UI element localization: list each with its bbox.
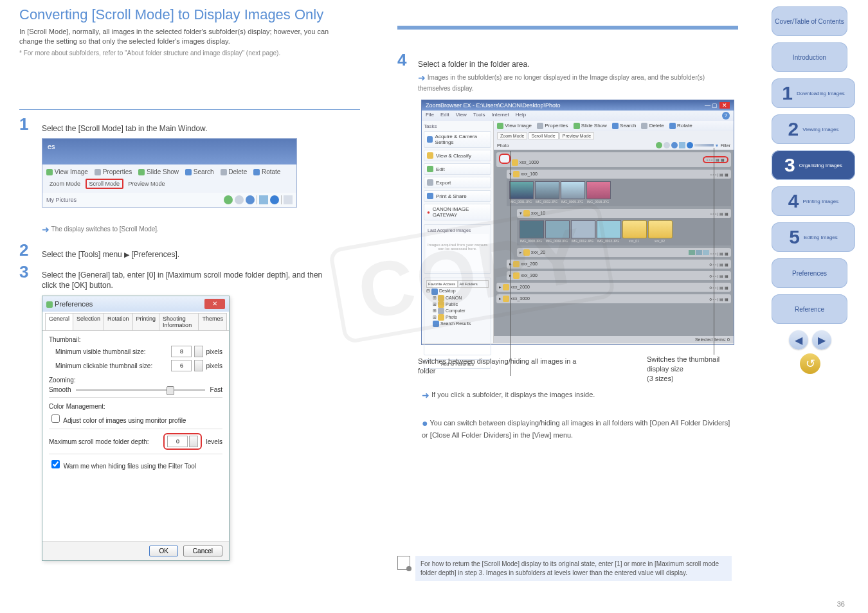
- forward-icon[interactable]: [664, 142, 670, 148]
- min-click-label: Minimum clickable thumbnail size:: [49, 362, 152, 369]
- export-icon: [427, 179, 433, 186]
- ok-button[interactable]: OK: [149, 546, 177, 556]
- color-mgmt-checkbox[interactable]: [51, 414, 60, 423]
- slide-show-button[interactable]: Slide Show: [574, 123, 607, 129]
- delete-button[interactable]: Delete: [221, 168, 248, 175]
- nav-preferences[interactable]: Preferences: [772, 258, 847, 288]
- properties-button[interactable]: Properties: [537, 123, 568, 129]
- menu-file[interactable]: File: [426, 112, 434, 120]
- sidebar-edit[interactable]: Edit: [424, 163, 491, 175]
- scroll-mode-tab[interactable]: Scroll Mode: [529, 132, 559, 139]
- tab-printing[interactable]: Printing: [132, 313, 160, 330]
- next-page-button[interactable]: ▶: [812, 330, 831, 350]
- nav-chapter-3[interactable]: 3Organizing Images: [772, 150, 855, 180]
- callout-thumb-size: Switches the thumbnail display size(3 si…: [647, 355, 743, 384]
- up-icon[interactable]: [246, 195, 255, 204]
- view-image-button[interactable]: View Image: [497, 123, 532, 129]
- preview-mode-tab[interactable]: Preview Mode: [125, 179, 168, 188]
- footnote-text: For how to return the [Scroll Mode] disp…: [415, 556, 732, 581]
- step-number-1: 1: [19, 114, 28, 134]
- app-sidebar: Tasks Acquire & Camera Settings View & C…: [422, 121, 494, 343]
- up-icon[interactable]: [671, 142, 678, 148]
- scroll-mode-tab[interactable]: Scroll Mode: [86, 179, 124, 189]
- sidebar-export[interactable]: Export: [424, 177, 491, 188]
- menu-view[interactable]: View: [456, 112, 467, 120]
- prev-page-button[interactable]: ◀: [789, 330, 808, 350]
- back-icon[interactable]: [224, 195, 233, 204]
- info-icon[interactable]: [270, 195, 279, 204]
- breadcrumb-bar: My Pictures: [42, 193, 296, 207]
- size-slider[interactable]: [694, 144, 714, 147]
- properties-icon: [95, 169, 101, 175]
- cancel-button[interactable]: Cancel: [183, 546, 222, 556]
- search-button[interactable]: Search: [185, 168, 213, 175]
- side-nav: Cover/Table of Contents Introduction 1Do…: [772, 6, 849, 374]
- arrow-icon: ➜: [422, 390, 429, 400]
- help-icon[interactable]: ?: [722, 112, 730, 120]
- nav-intro[interactable]: Introduction: [772, 42, 847, 72]
- view-options-icon[interactable]: [679, 142, 685, 148]
- color-mgmt-label: Color Management:: [49, 403, 222, 410]
- sidebar-view-classify[interactable]: View & Classify: [424, 150, 491, 161]
- callout-line: [714, 148, 714, 355]
- search-button[interactable]: Search: [612, 123, 637, 129]
- spinner-icon[interactable]: [194, 346, 203, 357]
- min-visible-label: Minimum visible thumbnail size:: [49, 348, 146, 355]
- properties-button[interactable]: Properties: [95, 168, 132, 175]
- view-options-icon[interactable]: [259, 195, 268, 204]
- zoom-mode-tab[interactable]: Zoom Mode: [497, 132, 527, 139]
- forward-icon[interactable]: [235, 195, 244, 204]
- depth-input[interactable]: [167, 436, 188, 447]
- tab-selection[interactable]: Selection: [73, 313, 104, 330]
- rotate-button[interactable]: Rotate: [253, 168, 280, 175]
- callout-toggle: Switches between displaying/hiding all i…: [418, 357, 585, 376]
- delete-button[interactable]: Delete: [641, 123, 664, 129]
- return-button[interactable]: ↺: [800, 353, 820, 374]
- edit-icon: [427, 166, 433, 172]
- tasks-label: Tasks: [424, 123, 491, 129]
- spinner-icon[interactable]: [194, 360, 203, 371]
- view-image-button[interactable]: View Image: [46, 168, 88, 175]
- zoom-mode-tab[interactable]: Zoom Mode: [46, 179, 84, 188]
- min-visible-input[interactable]: [171, 346, 192, 357]
- toggle-folder-button[interactable]: [499, 154, 511, 164]
- depth-label: Maximum scroll mode folder depth:: [49, 438, 149, 445]
- nav-chapter-4[interactable]: 4Printing Images: [772, 186, 855, 216]
- spinner-icon[interactable]: [189, 436, 198, 447]
- status-bar: Selected Items: 0: [494, 336, 734, 343]
- close-icon[interactable]: ✕: [204, 299, 225, 309]
- nav-chapter-1[interactable]: 1Downloading Images: [772, 78, 855, 108]
- sidebar-print-share[interactable]: Print & Share: [424, 190, 491, 202]
- rotate-button[interactable]: Rotate: [669, 123, 692, 129]
- sidebar-acquire[interactable]: Acquire & Camera Settings: [424, 131, 491, 148]
- menu-tools[interactable]: Tools: [473, 112, 485, 120]
- sidebar-gateway[interactable]: ●CANON iMAGE GATEWAY: [424, 204, 491, 220]
- nav-cover[interactable]: Cover/Table of Contents: [772, 6, 847, 36]
- min-click-input[interactable]: [171, 360, 192, 371]
- preview-mode-tab[interactable]: Preview Mode: [559, 132, 594, 139]
- tab-shooting-info[interactable]: Shooting Information: [159, 313, 199, 330]
- nav-reference[interactable]: Reference: [772, 294, 847, 324]
- window-controls[interactable]: — ▢ ✕: [705, 102, 730, 109]
- folder-icon: [438, 301, 444, 308]
- thumb-size-buttons[interactable]: ▫ ▫ ▫ | ▤ ▦: [703, 156, 728, 163]
- dialog-titlebar: Preferences ✕: [42, 296, 229, 312]
- zoom-slider[interactable]: [76, 389, 204, 391]
- mode-tabs: Zoom Mode Scroll Mode Preview Mode: [42, 177, 296, 193]
- menu-edit[interactable]: Edit: [440, 112, 449, 120]
- nav-chapter-5[interactable]: 5Editing Images: [772, 222, 855, 252]
- slider-thumb[interactable]: [167, 386, 174, 395]
- warn-checkbox[interactable]: [51, 460, 60, 468]
- misc-icon[interactable]: [284, 195, 293, 204]
- info-icon[interactable]: [687, 142, 693, 148]
- slide-show-button[interactable]: Slide Show: [138, 168, 179, 175]
- tab-themes[interactable]: Themes: [198, 313, 227, 330]
- tab-general[interactable]: General: [45, 313, 73, 330]
- nav-chapter-2[interactable]: 2Viewing Images: [772, 114, 855, 144]
- tab-rotation[interactable]: Rotation: [104, 313, 133, 330]
- back-icon[interactable]: [656, 142, 662, 148]
- image-icon: [46, 169, 53, 175]
- menu-help[interactable]: Help: [516, 112, 526, 120]
- filter-icon[interactable]: ▼: [715, 143, 719, 148]
- menu-internet[interactable]: Internet: [492, 112, 509, 120]
